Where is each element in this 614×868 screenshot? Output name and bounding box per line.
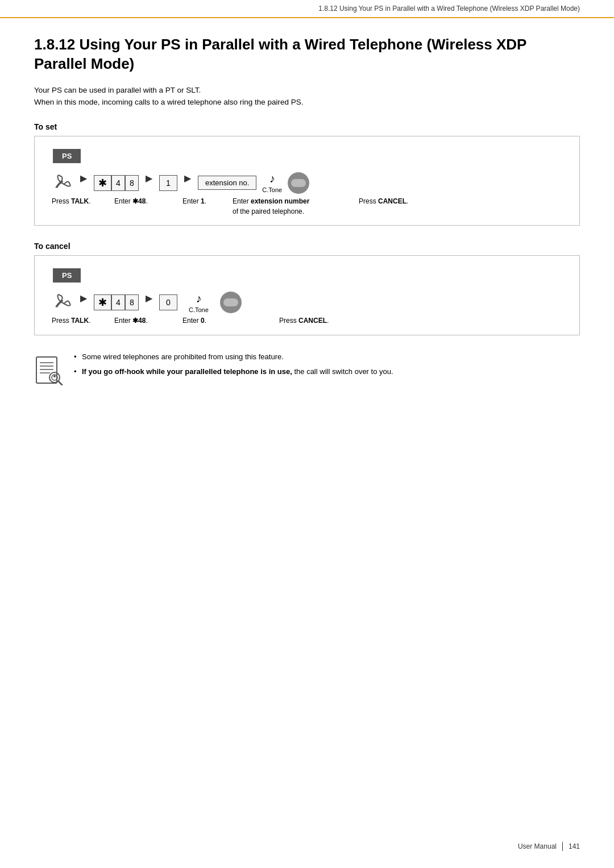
phone-icon — [52, 172, 73, 194]
key-zero: 0 — [159, 294, 177, 310]
cancel-lbl-talk: Press TALK. — [52, 315, 103, 326]
cancel-step-star48: ✱ 4 8 — [94, 294, 139, 310]
set-lbl-talk: Press TALK. — [52, 196, 103, 206]
set-lbl-ext: Enter extension numberof the paired tele… — [222, 196, 336, 217]
cancel-arrow-1: ▶ — [80, 293, 87, 313]
cancel-icon-inner — [291, 179, 306, 187]
notes-section: Some wired telephones are prohibited fro… — [34, 351, 580, 387]
key-eight: 8 — [125, 175, 139, 191]
ext-box: extension no. — [198, 176, 256, 190]
page-content: 1.8.12 Using Your PS in Parallel with a … — [0, 18, 614, 421]
set-step-ext: extension no. — [198, 176, 256, 190]
ctone-icon: ♪ — [269, 172, 275, 185]
cancel-key-group-star48: ✱ 4 8 — [94, 294, 139, 310]
page-footer: User Manual 141 — [518, 842, 580, 851]
set-step-star48: ✱ 4 8 — [94, 175, 139, 191]
cancel-icon-inner-2 — [223, 298, 238, 306]
note-text-1: Some wired telephones are prohibited fro… — [82, 352, 284, 361]
star-symbol: ✱ — [98, 178, 107, 188]
intro-text: Your PS can be used in parallel with a P… — [34, 84, 580, 109]
cancel-lbl-cancel: Press CANCEL. — [245, 315, 329, 326]
cancel-key-four: 4 — [111, 294, 125, 310]
set-step-phone — [52, 172, 73, 194]
note-svg — [34, 352, 64, 385]
arrow-3: ▶ — [184, 173, 191, 193]
note-list: Some wired telephones are prohibited fro… — [74, 351, 393, 380]
intro-line-2: When in this mode, incoming calls to a w… — [34, 96, 580, 109]
note-item-1: Some wired telephones are prohibited fro… — [74, 351, 393, 363]
set-lbl-star48: Enter ✱48. — [103, 196, 177, 206]
to-cancel-label: To cancel — [34, 242, 580, 251]
note-icon — [34, 352, 64, 387]
to-set-label: To set — [34, 122, 580, 131]
footer-divider — [562, 842, 563, 851]
set-step-cancel — [288, 172, 309, 194]
intro-line-1: Your PS can be used in parallel with a P… — [34, 84, 580, 97]
cancel-star-symbol: ✱ — [98, 297, 107, 308]
phone-icon-2 — [52, 292, 73, 313]
key-star: ✱ — [94, 175, 111, 191]
key-one: 1 — [159, 175, 177, 191]
page-title: 1.8.12 Using Your PS in Parallel with a … — [34, 35, 580, 74]
set-lbl-cancel: Press CANCEL. — [336, 196, 408, 206]
set-ctone: ♪ C.Tone — [262, 172, 282, 193]
page-header: 1.8.12 Using Your PS in Parallel with a … — [0, 0, 614, 18]
ctone-label: C.Tone — [262, 186, 282, 193]
note-text-2-suffix: the call will switch over to you. — [294, 367, 393, 376]
note-text-2-bold: If you go off-hook while your parallelle… — [82, 367, 292, 376]
set-ps-label: PS — [53, 149, 81, 163]
cancel-step-zero: 0 — [159, 294, 177, 310]
cancel-icon — [288, 172, 309, 194]
cancel-ctone: ♪ C.Tone — [189, 292, 209, 313]
set-lbl-one: Enter 1. — [177, 196, 222, 206]
set-diagram-box: PS ▶ ✱ 4 8 — [34, 136, 580, 226]
cancel-diagram-row: ▶ ✱ 4 8 ▶ 0 ♪ C.Tone — [35, 283, 579, 313]
cancel-ps-label: PS — [53, 268, 81, 283]
cancel-ctone-label: C.Tone — [189, 306, 209, 313]
set-diagram-row: ▶ ✱ 4 8 ▶ 1 ▶ extension n — [35, 163, 579, 194]
cancel-step-cancel — [220, 292, 242, 313]
cancel-key-star: ✱ — [94, 294, 111, 310]
svg-rect-0 — [36, 357, 57, 383]
header-text: 1.8.12 Using Your PS in Parallel with a … — [318, 5, 580, 13]
arrow-1: ▶ — [80, 173, 87, 193]
footer-page-number: 141 — [569, 842, 580, 850]
cancel-lbl-zero: Enter 0. — [177, 315, 245, 326]
cancel-lbl-star48: Enter ✱48. — [103, 315, 177, 326]
note-item-2: If you go off-hook while your parallelle… — [74, 366, 393, 377]
cancel-key-eight: 8 — [125, 294, 139, 310]
svg-line-7 — [59, 381, 62, 385]
cancel-step-phone — [52, 292, 73, 313]
cancel-ctone-icon: ♪ — [196, 292, 201, 305]
cancel-arrow-2: ▶ — [146, 293, 152, 313]
key-group-star48: ✱ 4 8 — [94, 175, 139, 191]
footer-manual-label: User Manual — [518, 842, 557, 850]
cancel-diagram-box: PS ▶ ✱ 4 8 — [34, 255, 580, 335]
key-four: 4 — [111, 175, 125, 191]
svg-point-8 — [53, 375, 56, 377]
cancel-icon-2 — [220, 292, 242, 313]
arrow-2: ▶ — [146, 173, 152, 193]
set-step-one: 1 — [159, 175, 177, 191]
